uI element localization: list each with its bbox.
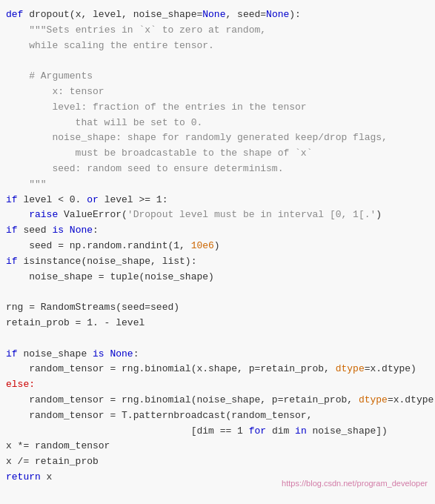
- code-line: else:: [0, 377, 435, 393]
- code-line: retain_prob = 1. - level: [0, 316, 435, 331]
- code-line: random_tensor = rng.binomial(x.shape, p=…: [0, 362, 435, 377]
- code-content: def dropout(x, level, noise_shape=None, …: [0, 7, 435, 485]
- code-line: seed = np.random.randint(1, 10e6): [0, 239, 435, 254]
- keyword: if: [6, 194, 23, 205]
- code-line: [dim == 1 for dim in noise_shape]): [0, 424, 435, 440]
- function-name: dropout: [29, 9, 70, 20]
- code-line: x /= retain_prob: [0, 454, 435, 470]
- code-text: noise_shape]): [313, 425, 388, 437]
- code-line: random_tensor = rng.binomial(noise_shape…: [0, 393, 435, 408]
- code-text: noise_shape = tuple(noise_shape): [6, 271, 214, 282]
- string: # Arguments: [6, 70, 93, 82]
- code-text: [dim == 1: [6, 425, 249, 437]
- keyword: None: [266, 9, 289, 20]
- keyword: def: [6, 9, 29, 20]
- code-text: ): [376, 209, 382, 220]
- code-text: x *= random_tensor: [6, 440, 110, 451]
- code-text: random_tensor = rng.binomial(x.shape, p=…: [6, 363, 336, 374]
- code-text: level >= 1:: [104, 194, 168, 205]
- code-editor: def dropout(x, level, noise_shape=None, …: [0, 0, 435, 504]
- code-text: isinstance(noise_shape, list):: [23, 256, 196, 267]
- code-line: x *= random_tensor: [0, 439, 435, 454]
- code-line: [0, 331, 435, 347]
- number: 10e6: [191, 240, 214, 251]
- code-text: random_tensor = T.patternbroadcast(rando…: [6, 410, 312, 421]
- code-text: retain_prob = 1. - level: [6, 317, 145, 328]
- code-text: :: [93, 225, 99, 236]
- code-line: that will be set to 0.: [0, 116, 435, 131]
- code-text: (x, level, noise_shape=: [70, 9, 202, 20]
- code-text: seed = np.random.randint(1,: [6, 240, 191, 251]
- code-line: """: [0, 177, 435, 193]
- code-line: if seed is None:: [0, 223, 435, 239]
- keyword: if: [6, 348, 23, 359]
- code-text: seed: [23, 225, 52, 236]
- code-line: noise_shape = tuple(noise_shape): [0, 270, 435, 285]
- dtype-param: dtype: [359, 394, 388, 405]
- string: that will be set to 0.: [6, 117, 202, 128]
- code-line: must be broadcastable to the shape of `x…: [0, 146, 435, 162]
- code-text: , seed=: [225, 9, 266, 20]
- string: level: fraction of the entries in the te…: [6, 102, 307, 113]
- code-text: x /= retain_prob: [6, 456, 99, 467]
- else-keyword: else:: [6, 379, 35, 390]
- code-text: ValueError(: [64, 209, 127, 220]
- code-text: [6, 24, 29, 36]
- code-line: [0, 285, 435, 300]
- string: """Sets entries in `x` to zero at random…: [29, 24, 266, 36]
- code-line: level: fraction of the entries in the te…: [0, 100, 435, 116]
- code-line: """Sets entries in `x` to zero at random…: [0, 23, 435, 39]
- code-line: noise_shape: shape for randomly generate…: [0, 130, 435, 146]
- code-line: seed: random seed to ensure determinism.: [0, 162, 435, 177]
- code-line: # Arguments: [0, 69, 435, 84]
- string: 'Dropout level must be in interval [0, 1…: [127, 209, 376, 220]
- code-line: random_tensor = T.patternbroadcast(rando…: [0, 408, 435, 424]
- keyword: is None: [52, 225, 93, 236]
- code-text: level < 0.: [23, 194, 87, 205]
- code-text: =x.dtype): [388, 394, 435, 405]
- code-text: ): [214, 240, 220, 251]
- code-line: def dropout(x, level, noise_shape=None, …: [0, 7, 435, 23]
- string: x: tensor: [6, 86, 104, 97]
- string: seed: random seed to ensure determinism.: [6, 163, 283, 174]
- code-text: noise_shape: [23, 348, 93, 359]
- code-text: ):: [289, 9, 301, 20]
- code-line: [0, 53, 435, 69]
- code-line: if isinstance(noise_shape, list):: [0, 254, 435, 270]
- keyword: is None: [93, 348, 133, 359]
- code-text: x: [47, 471, 53, 483]
- code-line: if noise_shape is None:: [0, 347, 435, 362]
- keyword: for: [249, 425, 272, 437]
- code-text: random_tensor = rng.binomial(noise_shape…: [6, 394, 359, 405]
- watermark: https://blog.csdn.net/program_developer: [282, 477, 428, 491]
- keyword: if: [6, 225, 23, 236]
- keyword: raise: [29, 209, 64, 220]
- string: must be broadcastable to the shape of `x…: [6, 147, 312, 159]
- code-text: =x.dtype): [365, 363, 416, 374]
- code-line: if level < 0. or level >= 1:: [0, 193, 435, 208]
- string: while scaling the entire tensor.: [6, 40, 214, 51]
- keyword: None: [202, 9, 225, 20]
- keyword: return: [6, 471, 47, 483]
- keyword: if: [6, 256, 23, 267]
- code-line: x: tensor: [0, 84, 435, 100]
- string: """: [6, 179, 47, 190]
- code-text: rng = RandomStreams(seed=seed): [6, 302, 179, 313]
- string: noise_shape: shape for randomly generate…: [6, 132, 388, 143]
- code-line: rng = RandomStreams(seed=seed): [0, 300, 435, 316]
- dtype-param: dtype: [336, 363, 365, 374]
- code-line: while scaling the entire tensor.: [0, 39, 435, 54]
- code-text: [6, 209, 29, 220]
- code-line: raise ValueError('Dropout level must be …: [0, 208, 435, 223]
- code-text: dim: [272, 425, 295, 437]
- keyword: or: [87, 194, 104, 205]
- keyword: in: [295, 425, 312, 437]
- code-text: :: [133, 348, 139, 359]
